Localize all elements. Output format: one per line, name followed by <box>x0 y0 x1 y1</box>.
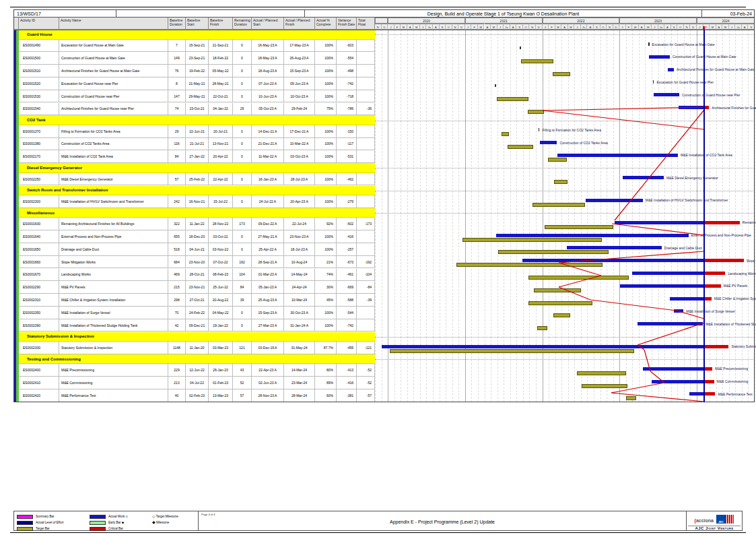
table-cell-act_start: 14-Dec-21 A <box>252 125 284 138</box>
table-cell-rem_dur: 0 <box>233 150 252 163</box>
table-cell-bl_start: 22-Jun-21 <box>186 125 209 138</box>
month-header: D <box>458 24 465 30</box>
bar-label: Excavation for Guard House at Main Gate <box>652 42 715 46</box>
table-cell-rem_dur: 104 <box>233 269 252 282</box>
year-header: 2024 <box>697 18 755 24</box>
target-bar <box>553 313 570 317</box>
table-cell-bl_finish: 20-Aug-22 <box>209 294 233 307</box>
table-cell-float: -36 <box>357 103 375 116</box>
table-cell-float <box>357 319 375 332</box>
table-cell-bl_dur: 322 <box>168 218 186 230</box>
month-header: A <box>664 24 671 30</box>
table-cell-bl_finish: 01-Feb-23 <box>209 377 233 389</box>
table-cell-variance: -742 <box>337 319 357 332</box>
bar-label: M&E Precomissioning <box>715 367 748 371</box>
target-bar <box>537 326 547 330</box>
table-cell-name: Architectural Finishes for Guard House a… <box>59 65 168 77</box>
table-cell-rem_dur: 121 <box>233 342 252 354</box>
table-cell-bl_start: 27-Jan-22 <box>186 150 209 163</box>
target-bar <box>553 72 570 76</box>
table-cell-bl_dur: 215 <box>168 281 186 294</box>
title-spacer-box <box>116 9 305 18</box>
table-cell-variance: -603 <box>337 40 357 53</box>
table-cell-variance: -531 <box>337 150 357 163</box>
table-cell-bl_finish: 26-Jan-23 <box>209 364 233 377</box>
table-cell-name: M&E Installation of HV/LV Switchroom and… <box>59 195 168 208</box>
bar-label: Remaining Architectural Finishes for All… <box>743 220 756 224</box>
table-cell-act_finish: 18-Jul-23 A <box>284 243 315 256</box>
month-header: S <box>594 24 600 30</box>
table-cell-id: ES0002250 <box>19 173 59 186</box>
table-cell-name: Construction of Guard House near Pier <box>59 90 168 103</box>
month-header: Ju <box>735 24 742 30</box>
month-header: S <box>516 24 523 30</box>
table-cell-act_start: 16-May-23 A <box>252 40 284 53</box>
table-cell-rem_dur: 0 <box>233 230 252 243</box>
table-cell-act_finish: 28-Mar-24 <box>284 389 315 402</box>
month-header: A <box>561 24 568 30</box>
critical-bar <box>703 272 725 275</box>
table-cell-float <box>357 125 375 138</box>
table-cell-name: Landscaping Works <box>59 269 168 282</box>
table-cell-bl_dur: 116 <box>168 138 186 151</box>
table-cell-rem_dur: 57 <box>233 389 252 402</box>
table-cell-bl_finish: 13-Nov-21 <box>209 138 233 151</box>
section-dotline <box>375 337 755 338</box>
target-bar <box>390 349 634 353</box>
table-cell-bl_dur: 469 <box>168 269 186 282</box>
year-header: 2023 <box>619 18 697 24</box>
month-header: D <box>613 24 620 30</box>
table-cell-bl_start: 23-Nov-21 <box>186 281 209 294</box>
table-cell-variance: -588 <box>337 294 357 307</box>
bar-label: Statutory Submission & Inspection <box>731 344 756 348</box>
table-cell-act_start: 07-Jun-23 A <box>252 77 284 90</box>
legend-swatch <box>90 515 106 519</box>
doc-number: 13/WSD/17 <box>17 11 41 16</box>
table-cell-bl_finish: 22-Oct-21 <box>209 90 233 103</box>
section-band: Guard House <box>19 30 375 40</box>
target-bar <box>545 225 614 229</box>
bar-label: Construction of CO2 Tanks Area <box>559 141 607 145</box>
actual-bar <box>674 309 683 313</box>
section-dotline <box>375 34 755 35</box>
table-cell-pct: 100% <box>315 173 337 186</box>
table-cell-bl_start: 12-Jun-22 <box>186 364 209 377</box>
table-cell-bl_finish: 28-Nov-22 <box>209 218 233 230</box>
table-cell-act_start: 27-May-21 A <box>252 230 284 243</box>
table-cell-bl_start: 24-Feb-22 <box>186 307 209 319</box>
month-header: N <box>529 24 536 30</box>
target-bar <box>456 263 603 267</box>
bar-label: Architectural Finishes for Guard House a… <box>677 67 755 71</box>
month-header: J <box>388 24 394 30</box>
table-cell-id: ES0001650 <box>19 243 59 256</box>
month-header: M <box>710 24 716 30</box>
actual-bar <box>638 322 703 325</box>
table-cell-variance: -673 <box>337 256 357 269</box>
target-bar <box>528 110 545 114</box>
section-band: CO2 Tank <box>19 115 375 125</box>
table-cell-bl_finish: 03-Nov-22 <box>209 243 233 256</box>
month-header: A <box>510 24 517 30</box>
table-cell-pct: 100% <box>315 243 337 256</box>
month-gridline <box>729 30 730 402</box>
legend-swatch <box>17 521 33 525</box>
project-title-box: Design, Build and Operate Stage 1 of Tse… <box>304 9 702 18</box>
table-cell-bl_finish: 03-Mar-23 <box>209 342 233 354</box>
table-cell-name: Excavation for Guard House at Main Gate <box>59 40 168 53</box>
legend-item: Early Bar ◆ <box>90 520 124 526</box>
month-header: O <box>523 24 530 30</box>
table-cell-variance: -455 <box>337 342 357 354</box>
table-cell-variance: -413 <box>337 364 357 377</box>
table-cell-rem_dur: 0 <box>233 307 252 319</box>
table-cell-act_finish: 31-Jan-24 A <box>284 319 315 332</box>
actual-bar <box>382 345 703 348</box>
table-cell-rem_dur: 0 <box>233 52 252 65</box>
table-cell-act_start: 21-Dec-21 A <box>252 138 284 151</box>
target-bar <box>577 371 626 375</box>
month-header: J <box>497 24 504 30</box>
table-cell-id: ES0002310 <box>19 294 59 307</box>
table-cell-float: -121 <box>357 342 375 354</box>
table-cell-id: ES0001490 <box>19 40 59 53</box>
table-cell-rem_dur: 43 <box>233 364 252 377</box>
section-dotline <box>375 191 755 191</box>
